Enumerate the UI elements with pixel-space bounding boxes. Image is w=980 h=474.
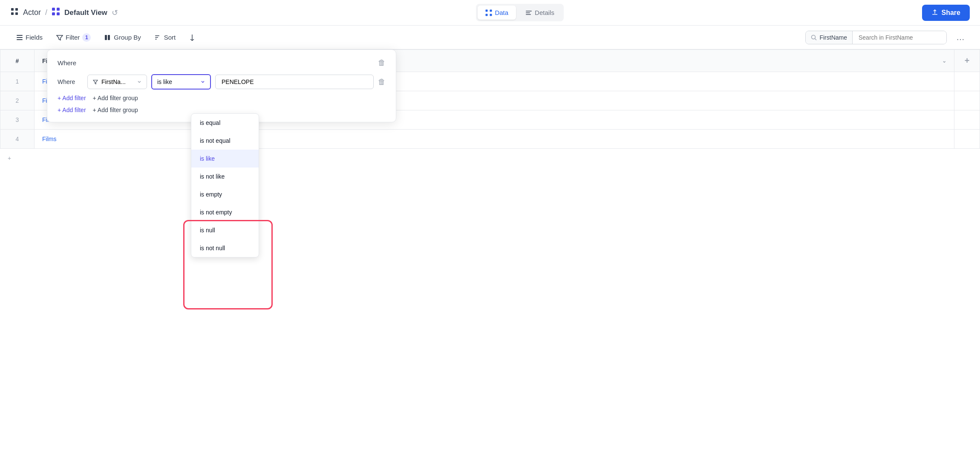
svg-rect-22: [155, 37, 158, 38]
svg-rect-11: [490, 14, 492, 16]
extra-col-cell: [954, 91, 980, 110]
row-num-cell: 3: [0, 110, 35, 130]
svg-rect-16: [17, 35, 23, 36]
svg-rect-0: [11, 8, 14, 11]
svg-rect-7: [57, 12, 60, 15]
row-num-cell: 2: [0, 91, 35, 110]
sort-button[interactable]: Sort: [149, 30, 182, 44]
svg-rect-4: [52, 8, 55, 11]
filter-field-select[interactable]: FirstNa...: [87, 75, 147, 89]
view-name: Default View: [64, 9, 107, 17]
add-filter-group-button-1[interactable]: + Add filter group: [93, 95, 138, 101]
add-column-header[interactable]: +: [954, 50, 980, 72]
dropdown-item-is_empty[interactable]: is empty: [191, 185, 259, 203]
filter-condition-select[interactable]: is like: [151, 74, 211, 90]
svg-rect-21: [155, 35, 159, 36]
table-row: 4 Films: [0, 130, 980, 149]
svg-rect-20: [108, 35, 110, 40]
svg-rect-8: [486, 9, 488, 12]
group-by-button[interactable]: Group By: [98, 30, 147, 44]
search-field-label: FirstName: [806, 31, 853, 44]
breadcrumb-icon: [10, 7, 19, 18]
svg-rect-1: [15, 8, 18, 11]
tab-group: Data Details: [476, 4, 564, 21]
filter-condition-dropdown: is equalis not equalis likeis not likeis…: [191, 113, 259, 257]
tab-data[interactable]: Data: [478, 6, 516, 20]
filter-panel: Where 🗑 Where FirstNa... is like: [47, 49, 396, 122]
filter-panel-header: Where 🗑: [58, 58, 386, 67]
row-num-cell: 4: [0, 130, 35, 149]
svg-rect-18: [17, 39, 23, 40]
toolbar: Fields Filter 1 Group By Sort: [0, 26, 980, 49]
extra-col-cell: [954, 130, 980, 149]
svg-rect-13: [526, 12, 530, 13]
breadcrumb-area: Actor / Default View ↺: [10, 7, 118, 18]
filter-panel-title: Where: [58, 59, 76, 66]
search-input[interactable]: [853, 31, 946, 44]
films-cell[interactable]: Films: [35, 130, 954, 149]
films-sort-icon[interactable]: ⌄: [942, 58, 946, 64]
svg-rect-5: [57, 8, 60, 11]
add-column-icon[interactable]: +: [965, 56, 970, 65]
dropdown-item-is_not_like[interactable]: is not like: [191, 168, 259, 185]
top-bar: Actor / Default View ↺ Data: [0, 0, 980, 26]
filter-button[interactable]: Filter 1: [50, 30, 97, 45]
filter-actions-2: + Add filter + Add filter group: [58, 107, 386, 113]
breadcrumb-actor[interactable]: Actor: [23, 8, 41, 17]
row-num-cell: 1: [0, 72, 35, 91]
tab-details[interactable]: Details: [518, 6, 562, 20]
svg-point-24: [812, 35, 816, 39]
main-area: # Films ⌄ + 1 Films 2 Fil: [0, 49, 980, 474]
svg-rect-14: [526, 14, 531, 15]
svg-rect-12: [526, 11, 532, 12]
svg-rect-3: [15, 12, 18, 15]
search-field: FirstName: [805, 31, 947, 44]
svg-rect-19: [105, 35, 107, 40]
fields-button[interactable]: Fields: [10, 30, 49, 44]
dropdown-item-is_null[interactable]: is null: [191, 221, 259, 239]
dropdown-item-is_not_null[interactable]: is not null: [191, 239, 259, 257]
dropdown-item-is_equal[interactable]: is equal: [191, 114, 259, 132]
svg-rect-10: [486, 14, 488, 16]
dropdown-item-is_not_equal[interactable]: is not equal: [191, 132, 259, 150]
filter-badge: 1: [82, 33, 91, 42]
filter-where-label: Where: [58, 78, 83, 85]
svg-rect-15: [932, 14, 937, 15]
svg-rect-2: [11, 12, 14, 15]
filter-actions-1: + Add filter + Add filter group: [58, 95, 386, 101]
add-filter-group-button-2[interactable]: + Add filter group: [93, 107, 138, 113]
filter-row-delete-button[interactable]: 🗑: [378, 78, 386, 87]
more-options-button[interactable]: …: [951, 29, 970, 46]
svg-rect-17: [17, 37, 23, 38]
row-num-header: #: [0, 50, 35, 72]
svg-rect-6: [52, 12, 55, 15]
breadcrumb-separator: /: [45, 8, 47, 17]
add-filter-button-2[interactable]: + Add filter: [58, 107, 86, 113]
svg-rect-9: [490, 9, 492, 12]
add-row-button[interactable]: +: [0, 149, 19, 168]
extra-col-cell: [954, 110, 980, 130]
add-filter-button-1[interactable]: + Add filter: [58, 95, 86, 101]
extra-col-cell: [954, 72, 980, 91]
dropdown-item-is_not_empty[interactable]: is not empty: [191, 203, 259, 221]
filter-value-input[interactable]: [215, 75, 374, 89]
filter-row-1: Where FirstNa... is like 🗑: [58, 74, 386, 90]
sort-direction-button[interactable]: [183, 31, 201, 44]
filter-panel-delete-button[interactable]: 🗑: [378, 58, 386, 67]
view-icon: [52, 7, 60, 18]
svg-rect-23: [155, 39, 157, 40]
toolbar-right: FirstName …: [805, 29, 970, 46]
dropdown-item-is_like[interactable]: is like: [191, 150, 259, 168]
share-button[interactable]: Share: [922, 5, 970, 21]
refresh-icon[interactable]: ↺: [112, 8, 118, 17]
